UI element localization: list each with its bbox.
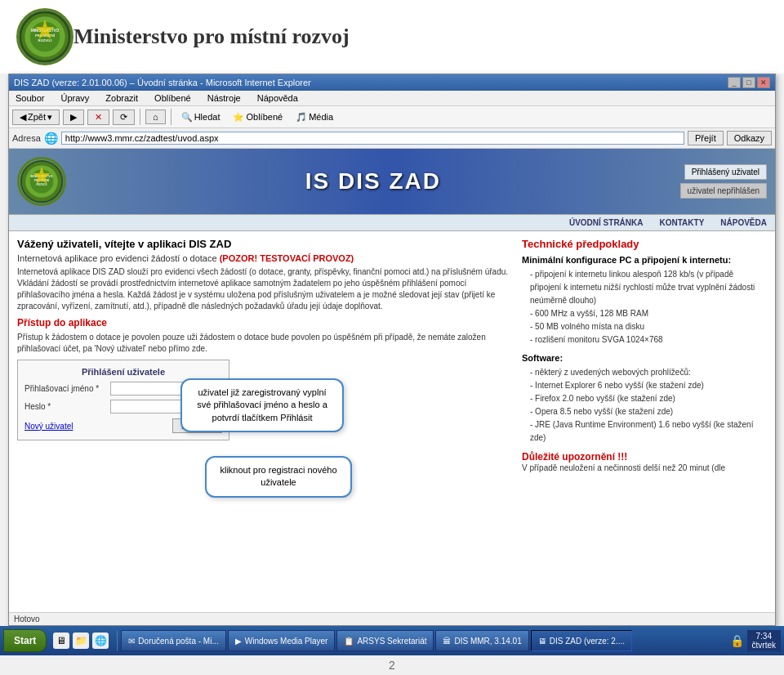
links-button[interactable]: Odkazy bbox=[727, 131, 772, 145]
clock-time: 7:34 bbox=[752, 632, 776, 641]
maximize-button[interactable]: □ bbox=[742, 77, 755, 88]
back-dropdown-icon: ▾ bbox=[47, 112, 52, 123]
start-button[interactable]: Start bbox=[3, 629, 47, 652]
site-header-right: Přihlášený uživatel uživatel nepřihlášen bbox=[680, 164, 767, 199]
toolbar-separator-2 bbox=[171, 109, 172, 125]
page-number: 2 bbox=[389, 655, 395, 675]
window-controls: _ □ ✕ bbox=[728, 77, 770, 88]
home-button[interactable]: ⌂ bbox=[145, 110, 166, 124]
important-text: V případě neuložení a nečinnosti delší n… bbox=[522, 463, 767, 474]
taskbar-item-arsys[interactable]: 📋 ARSYS Sekretariát bbox=[336, 630, 434, 651]
page-header: MINISTERSTVO PRO MÍSTNÍ ROZVOJ Ministers… bbox=[0, 0, 784, 74]
address-label: Adresa bbox=[12, 133, 41, 143]
list-item: Opera 8.5 nebo vyšší (ke stažení zde) bbox=[530, 405, 767, 418]
new-user-link[interactable]: Nový uživatel bbox=[24, 422, 73, 431]
favorites-button[interactable]: ⭐ Oblíbené bbox=[228, 110, 287, 124]
toolbar-separator-1 bbox=[140, 109, 140, 125]
menu-nastroje[interactable]: Nástroje bbox=[204, 92, 244, 104]
taskbar-icon-2[interactable]: 📁 bbox=[73, 633, 89, 649]
tooltip-registered-user: uživatel již zaregistrovaný vyplní své p… bbox=[180, 378, 344, 432]
nav-napoveda[interactable]: NÁPOVĚDA bbox=[720, 218, 767, 227]
browser-statusbar: Hotovo bbox=[9, 612, 775, 625]
refresh-button[interactable]: ⟳ bbox=[113, 110, 135, 125]
status-text: Hotovo bbox=[14, 615, 40, 624]
forward-button[interactable]: ▶ bbox=[63, 110, 84, 125]
menu-napoveda[interactable]: Nápověda bbox=[254, 92, 301, 104]
site-logo: MINISTERSTVO PRO MÍSTNÍ ROZVOJ bbox=[17, 157, 66, 206]
taskbar: Start 🖥 📁 🌐 ✉ Doručená pošta - Mi... ▶ W… bbox=[0, 626, 784, 655]
page-title: Ministerstvo pro místní rozvoj bbox=[74, 25, 350, 49]
list-item: JRE (Java Runtime Environment) 1.6 nebo … bbox=[530, 418, 767, 445]
app-warning: (POZOR! TESTOVACÍ PROVOZ) bbox=[220, 253, 354, 263]
tooltip-new-user: kliknout pro registraci nového uživatele bbox=[205, 456, 352, 498]
list-item: připojení k internetu linkou alespoň 128… bbox=[530, 268, 767, 307]
taskbar-sep-1 bbox=[117, 631, 118, 650]
dismmr-icon: 🏛 bbox=[443, 637, 451, 646]
back-button[interactable]: ◀ Zpět ▾ bbox=[12, 110, 60, 125]
star-icon: ⭐ bbox=[233, 112, 244, 123]
tech-title: Technické předpoklady bbox=[522, 238, 767, 250]
taskbar-item-diszad[interactable]: 🖥 DIS ZAD (verze: 2.... bbox=[531, 630, 632, 651]
list-item: 50 MB volného místa na disku bbox=[530, 320, 767, 333]
taskbar-item-mediaplayer[interactable]: ▶ Windows Media Player bbox=[228, 630, 336, 651]
list-item: Firefox 2.0 nebo vyšší (ke stažení zde) bbox=[530, 392, 767, 405]
browser-window: DIS ZAD (verze: 2.01.00.06) – Úvodní str… bbox=[8, 74, 776, 626]
globe-icon: 🌐 bbox=[44, 132, 58, 145]
menu-soubor[interactable]: Soubor bbox=[12, 92, 47, 104]
mail-icon: ✉ bbox=[128, 637, 135, 646]
list-item: rozlišení monitoru SVGA 1024×768 bbox=[530, 333, 767, 346]
login-box-title: Přihlášení uživatele bbox=[24, 367, 222, 377]
password-label: Heslo * bbox=[24, 402, 110, 411]
menu-oblibene[interactable]: Oblíbené bbox=[151, 92, 194, 104]
software-title: Software: bbox=[522, 353, 767, 363]
minimize-button[interactable]: _ bbox=[728, 77, 741, 88]
username-label: Přihlašovací jméno * bbox=[24, 384, 110, 393]
clock: 7:34 čtvrtek bbox=[747, 630, 781, 651]
close-button[interactable]: ✕ bbox=[757, 77, 770, 88]
browser-menubar: Soubor Úpravy Zobrazit Oblíbené Nástroje… bbox=[9, 91, 775, 106]
list-item: některý z uvedených webových prohlížečů: bbox=[530, 366, 767, 379]
site-header: MINISTERSTVO PRO MÍSTNÍ ROZVOJ IS DIS ZA… bbox=[9, 149, 775, 214]
mediaplayer-icon: ▶ bbox=[235, 637, 242, 646]
media-icon: 🎵 bbox=[296, 112, 307, 123]
important-title: Důležité upozornění !!! bbox=[522, 451, 767, 463]
browser-content: MINISTERSTVO PRO MÍSTNÍ ROZVOJ IS DIS ZA… bbox=[9, 149, 775, 625]
taskbar-item-mail[interactable]: ✉ Doručená pošta - Mi... bbox=[121, 630, 225, 651]
address-input[interactable] bbox=[61, 132, 684, 145]
nav-uvodni[interactable]: ÚVODNÍ STRÁNKA bbox=[569, 218, 644, 227]
login-status-button[interactable]: Přihlášený uživatel bbox=[684, 164, 767, 180]
nav-kontakty[interactable]: KONTAKTY bbox=[660, 218, 705, 227]
app-title: Internetová aplikace pro evidenci žádost… bbox=[17, 253, 217, 263]
taskbar-icon-1[interactable]: 🖥 bbox=[53, 633, 69, 649]
menu-upravy[interactable]: Úpravy bbox=[57, 92, 92, 104]
clock-day: čtvrtek bbox=[752, 641, 776, 650]
browser-titlebar: DIS ZAD (verze: 2.01.00.06) – Úvodní str… bbox=[9, 74, 775, 91]
site-banner-text: IS DIS ZAD bbox=[305, 168, 441, 194]
stop-button[interactable]: ✕ bbox=[87, 110, 109, 125]
taskbar-item-dismmr[interactable]: 🏛 DIS MMR, 3.14.01 bbox=[435, 630, 528, 651]
site-nav: ÚVODNÍ STRÁNKA KONTAKTY NÁPOVĚDA bbox=[9, 214, 775, 231]
greeting-title: Vážený uživateli, vítejte v aplikaci DIS… bbox=[17, 238, 514, 250]
site-banner: IS DIS ZAD bbox=[66, 168, 680, 194]
diszad-icon: 🖥 bbox=[538, 637, 546, 646]
browser-title: DIS ZAD (verze: 2.01.00.06) – Úvodní str… bbox=[14, 78, 311, 87]
browser-toolbar: ◀ Zpět ▾ ▶ ✕ ⟳ ⌂ 🔍 Hledat ⭐ Oblíbené 🎵 M… bbox=[9, 106, 775, 128]
search-icon: 🔍 bbox=[181, 112, 193, 123]
go-button[interactable]: Přejít bbox=[688, 131, 724, 145]
ministry-logo: MINISTERSTVO PRO MÍSTNÍ ROZVOJ bbox=[16, 8, 74, 65]
svg-text:ROZVOJ: ROZVOJ bbox=[38, 38, 52, 42]
taskbar-icon-3[interactable]: 🌐 bbox=[92, 633, 109, 649]
browser-addressbar: Adresa 🌐 Přejít Odkazy bbox=[9, 128, 775, 149]
access-text: Přístup k žádostem o dotace je povolen p… bbox=[17, 332, 514, 355]
svg-text:ROZVOJ: ROZVOJ bbox=[37, 183, 47, 186]
taskbar-right: 🔒 7:34 čtvrtek bbox=[730, 630, 781, 651]
back-arrow-icon: ◀ bbox=[20, 112, 26, 123]
access-title: Přístup do aplikace bbox=[17, 317, 514, 329]
software-list: některý z uvedených webových prohlížečů:… bbox=[530, 366, 767, 445]
site-main: Vážený uživateli, vítejte v aplikaci DIS… bbox=[9, 231, 775, 612]
media-button[interactable]: 🎵 Média bbox=[291, 110, 338, 124]
requirements-list: připojení k internetu linkou alespoň 128… bbox=[530, 268, 767, 346]
search-button[interactable]: 🔍 Hledat bbox=[176, 110, 225, 124]
min-config-title: Minimální konfigurace PC a připojení k i… bbox=[522, 255, 767, 265]
menu-zobrazit[interactable]: Zobrazit bbox=[102, 92, 141, 104]
